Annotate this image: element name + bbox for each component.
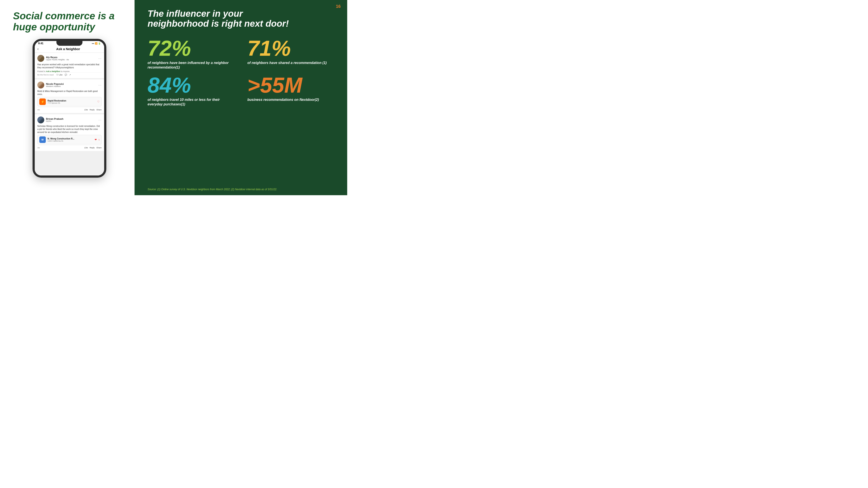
post-1-meta: Aly Reyes Upper Pacific Heights · 4w [46,56,97,61]
post-3-reply-share: Like Reply Share [84,147,101,149]
rapid-restoration-card[interactable]: ⚡ Rapid Restoration 772 Spruce St. ♡ [37,97,101,106]
wong-heart[interactable]: ❤ [95,138,97,141]
wong-icon: W [39,136,46,143]
phone-notch [56,41,83,46]
post-2-body: Mold & Mites Management or Rapid Restora… [37,90,101,96]
reply-button-2[interactable]: Reply [90,109,95,111]
post-3-meta: Brivan Prakash NOPA [46,118,97,122]
post-1-channel[interactable]: Ask a Neighbor [46,70,60,72]
post-1-tag: Posted in Ask a Neighbor to Anyone [37,70,101,72]
stat-55m-desc: business recommendations on Nextdoor(2) [247,98,334,102]
post-3-header: Brivan Prakash NOPA ··· [37,117,101,123]
post-3-body: Nicholas Wong construction is licensed f… [37,125,101,134]
page-number: 16 [336,4,341,9]
wifi-icon: 📶 [95,42,97,45]
avatar-brivan [37,117,44,123]
page: Social commerce is a huge opportunity 9:… [0,0,347,195]
stat-72-desc: of neighbors have been influenced by a n… [148,61,235,70]
rapid-addr: 772 Spruce St. [48,102,95,104]
post-1: Aly Reyes Upper Pacific Heights · 4w ···… [35,53,104,78]
post-2-meta: Nicole Popovici Western Addition [46,83,97,88]
post-2-location: Western Addition [46,85,97,88]
back-button[interactable]: ‹ [37,46,39,51]
rapid-heart[interactable]: ♡ [97,100,100,103]
reply-button-3[interactable]: Reply [90,147,95,149]
share-button-2[interactable]: Share [96,109,101,111]
post-1-actions: Be the first to react 🤍 Like 💬 ↗ [37,72,101,76]
rapid-info: Rapid Restoration 772 Spruce St. [48,100,95,104]
post-2-dots[interactable]: ··· [98,83,101,87]
stat-55m: >55M business recommendations on Nextdoo… [247,74,334,107]
wong-addr: 1320 California St. [48,140,93,142]
right-panel: 16 The influencer in your neighborhood i… [134,0,347,195]
right-title: The influencer in your neighborhood is r… [148,9,334,29]
post-1-body: Has anyone worked with a great mold reme… [37,63,101,69]
right-title-line1: The influencer in your [148,8,243,19]
avatar-nicole [37,82,44,89]
post-2-actions: 4w Like Reply Share [37,107,101,111]
nav-title: Ask a Neighbor [40,47,96,51]
like-button-1[interactable]: 🤍 Like [56,74,63,76]
wong-name: N. Wong Construction R... [48,137,93,140]
stat-84: 84% of neighbors travel 10 miles or less… [148,74,235,107]
post-2-time: 4w [37,109,40,111]
like-button-2[interactable]: Like [84,109,88,111]
stat-72-number: 72% [148,37,235,59]
post-3-name: Brivan Prakash [46,118,97,120]
post-1-location: Upper Pacific Heights · 4w [46,59,97,61]
phone-mockup: 9:41 ▪▪▪ 📶 🔋 ‹ Ask a Neighbor [33,39,106,177]
post-1-name: Aly Reyes [46,56,97,59]
status-time: 9:41 [38,42,43,45]
post-3-time: 3w [37,147,40,149]
post-2-reply-share: Like Reply Share [84,109,101,111]
phone-screen: 9:41 ▪▪▪ 📶 🔋 ‹ Ask a Neighbor [35,41,104,175]
post-1-dots[interactable]: ··· [98,57,101,60]
post-3-location: NOPA [46,120,97,122]
wong-info: N. Wong Construction R... 1320 Californi… [48,137,93,142]
share-button-1[interactable]: ↗ [69,74,71,76]
left-title: Social commerce is a huge opportunity [13,10,115,32]
heart-icon-1: 🤍 [56,74,58,76]
post-3: Brivan Prakash NOPA ··· Nicholas Wong co… [35,114,104,151]
left-panel: Social commerce is a huge opportunity 9:… [0,0,134,195]
stat-71: 71% of neighbors have shared a recommend… [247,37,334,70]
comment-icon-1: 💬 [65,74,67,76]
source-text: Source: (1) Online survey of U.S. Nextdo… [148,188,341,191]
share-button-3[interactable]: Share [96,147,101,149]
post-3-actions: 3w Like Reply Share [37,145,101,149]
post-2-header: Nicole Popovici Western Addition ··· [37,82,101,89]
stat-84-number: 84% [148,74,235,96]
stat-71-desc: of neighbors have shared a recommendatio… [247,61,334,65]
battery-icon: 🔋 [98,42,101,45]
signal-icon: ▪▪▪ [92,42,94,45]
share-icon-1: ↗ [69,74,71,76]
post-3-dots[interactable]: ··· [98,118,101,122]
left-title-line2: huge opportunity [13,21,95,33]
phone-body: 9:41 ▪▪▪ 📶 🔋 ‹ Ask a Neighbor [33,39,106,177]
post-2: Nicole Popovici Western Addition ··· Mol… [35,79,104,113]
wong-card[interactable]: W N. Wong Construction R... 1320 Califor… [37,135,101,144]
avatar-aly [37,55,44,62]
comment-button-1[interactable]: 💬 [65,74,67,76]
rapid-icon: ⚡ [39,98,46,105]
like-button-3[interactable]: Like [84,147,88,149]
post-1-react: Be the first to react [37,74,54,76]
stat-55m-number: >55M [247,74,334,96]
stats-grid: 72% of neighbors have been influenced by… [148,37,334,106]
rapid-name: Rapid Restoration [48,100,95,102]
stat-84-desc: of neighbors travel 10 miles or less for… [148,98,235,107]
right-title-line2: neighborhood is right next door! [148,19,289,29]
stat-71-number: 71% [247,37,334,59]
post-1-header: Aly Reyes Upper Pacific Heights · 4w ··· [37,55,101,62]
stat-72: 72% of neighbors have been influenced by… [148,37,235,70]
nav-bar: ‹ Ask a Neighbor [35,45,104,53]
status-icons: ▪▪▪ 📶 🔋 [92,42,101,45]
post-2-name: Nicole Popovici [46,83,97,85]
wong-heart-count: 1 [98,139,100,141]
left-title-line1: Social commerce is a [13,10,115,22]
phone-feed[interactable]: Aly Reyes Upper Pacific Heights · 4w ···… [35,53,104,175]
